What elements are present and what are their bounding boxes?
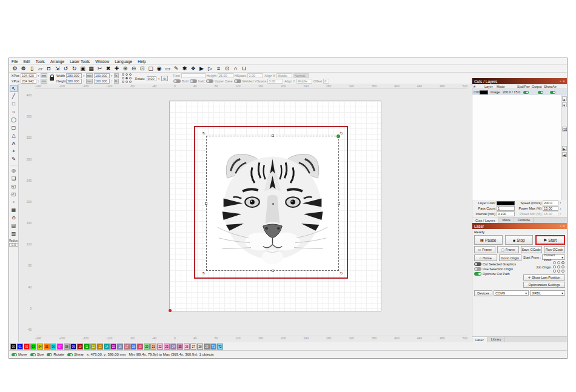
offset-field[interactable]: 0 — [323, 79, 329, 84]
menu-item[interactable]: Help — [138, 59, 146, 64]
cuts-layers-header[interactable]: Cuts / Layers ▫ ✕ — [472, 78, 567, 84]
layer-delete-icon[interactable]: ⌫ — [562, 127, 567, 131]
palette-swatch[interactable]: 02 — [24, 344, 30, 350]
air-toggle[interactable] — [550, 91, 555, 94]
hspace-field[interactable]: 0.00 — [247, 73, 263, 78]
weld-icon[interactable]: ❖ — [189, 65, 197, 73]
xpos-spinner[interactable]: ↕ — [38, 74, 39, 78]
measure-icon[interactable]: ∩ — [232, 65, 239, 73]
edit-nodes-icon[interactable]: ✎ — [10, 156, 18, 163]
scale-handle-bottom[interactable] — [272, 270, 274, 272]
palette-swatch[interactable]: 24 — [170, 344, 176, 350]
grid-array-icon[interactable]: ▦ — [10, 207, 18, 214]
job-origin-marker[interactable] — [337, 135, 340, 138]
palette-swatch[interactable]: 00 — [10, 344, 16, 350]
font-dropdown[interactable] — [181, 73, 206, 78]
uppercase-toggle[interactable] — [206, 79, 213, 83]
palette-swatch[interactable]: 08 — [64, 344, 70, 350]
palette-swatch[interactable]: 11 — [84, 344, 90, 350]
zoom-out-icon[interactable]: ⊖ — [130, 65, 138, 73]
doc-a-icon[interactable]: ▤ — [10, 222, 18, 230]
devices-button[interactable]: Devices — [474, 290, 492, 296]
draw-lines-icon[interactable]: ╱ — [10, 93, 18, 100]
device-dropdown[interactable]: GRBL ▾ — [530, 290, 565, 296]
palette-swatch[interactable]: 01 — [17, 344, 23, 350]
bold-toggle[interactable] — [173, 79, 181, 83]
palette-swatch[interactable]: 09 — [70, 344, 76, 350]
menu-item[interactable]: Language — [115, 59, 132, 64]
width-percent-field[interactable]: 100.000 — [94, 73, 110, 78]
palette-swatch[interactable]: 04 — [37, 344, 43, 350]
palette-swatch[interactable]: 25 — [177, 344, 183, 350]
panel-tab[interactable]: Console — [515, 218, 534, 223]
rail-gap[interactable] — [562, 108, 567, 125]
width-unit[interactable]: mm — [86, 73, 93, 78]
frame-rect-button[interactable]: ▭ Frame — [474, 246, 495, 253]
monitor-icon[interactable]: ▭ — [164, 65, 172, 73]
radius-field[interactable]: 0.0 — [9, 243, 18, 247]
frame-select-icon[interactable]: ▢ — [147, 65, 155, 73]
panel-tab[interactable]: Laser — [472, 337, 487, 342]
ypos-field[interactable]: 204.942 — [21, 79, 36, 84]
height-percent-field[interactable]: 100.000 — [94, 79, 110, 84]
palette-swatch[interactable]: 13 — [97, 344, 103, 350]
layer-list-area[interactable]: ▲▼⌫▶◀ — [472, 95, 567, 200]
panel-pin-icon[interactable]: ▫ — [560, 79, 561, 83]
save-gcode-button[interactable]: Save GCode — [521, 246, 542, 253]
panel-close-icon[interactable]: ✕ — [562, 79, 565, 83]
job-origin-radio[interactable] — [553, 261, 556, 264]
ellipse-tool-icon[interactable]: ○ — [10, 108, 18, 116]
ypos-spinner[interactable]: ↕ — [38, 79, 39, 83]
canvas-area[interactable]: -240-200-160-120-80-40040801201602002402… — [19, 84, 471, 342]
rotate-handle-se[interactable]: ↻ — [339, 271, 344, 276]
menu-item[interactable]: Arrange — [50, 59, 64, 64]
panel-close-icon[interactable]: ✕ — [562, 224, 565, 228]
delete-icon[interactable]: ✖ — [104, 65, 112, 73]
palette-swatch[interactable]: 16 — [117, 344, 123, 350]
job-origin-radio[interactable] — [553, 270, 556, 273]
wpct-unit[interactable]: % — [114, 73, 119, 78]
select-tool-icon[interactable]: ↖ — [10, 85, 18, 92]
palette-swatch[interactable]: 15 — [110, 344, 116, 350]
status-toggle[interactable] — [47, 353, 52, 356]
menu-item[interactable]: Laser Tools — [70, 59, 90, 64]
preview-icon[interactable]: ▷ — [206, 65, 214, 73]
panel-right-icon[interactable]: ▶ — [562, 146, 567, 151]
settings-icon[interactable]: ⚙ — [11, 65, 19, 73]
height-unit[interactable]: mm — [86, 79, 93, 84]
palette-swatch[interactable]: 27 — [190, 344, 196, 350]
rail-gap[interactable] — [562, 133, 567, 145]
layer-color-swatch[interactable] — [480, 90, 488, 95]
palette-swatch[interactable]: 22 — [157, 344, 163, 350]
panel-pin-icon[interactable]: ▫ — [560, 224, 561, 228]
palette-swatch[interactable]: 19 — [137, 344, 143, 350]
vspace-field[interactable]: 0.00 — [267, 79, 283, 84]
laser-header[interactable]: Laser ▫ ✕ — [472, 223, 567, 229]
goto-origin-button[interactable]: Go to Origin — [499, 254, 522, 261]
menu-item[interactable]: File — [12, 59, 18, 64]
optimization-settings-button[interactable]: Optimization Settings — [523, 282, 565, 288]
circle-tool-icon[interactable]: ◯ — [10, 116, 18, 124]
palette-swatch[interactable]: 26 — [184, 344, 190, 350]
port-dropdown[interactable]: COM9 ▾ — [494, 290, 529, 296]
pan-icon[interactable]: ✚ — [113, 65, 121, 73]
import-icon[interactable]: ⇲ — [53, 65, 61, 73]
job-origin-radio[interactable] — [557, 270, 560, 273]
shape-tools-icon[interactable]: ✱ — [181, 65, 189, 73]
palette-swatch[interactable]: 03 — [30, 344, 36, 350]
rounded-rect-icon[interactable]: ▢ — [10, 124, 18, 131]
xpos-field[interactable]: 194.420 — [21, 73, 36, 78]
hpct-spinner[interactable]: ↕ — [111, 79, 113, 83]
redo-icon[interactable]: ↻ — [70, 65, 78, 73]
palette-swatch[interactable]: 06 — [50, 344, 56, 350]
position-marker-icon[interactable]: ⌖ — [10, 148, 18, 155]
cut-icon[interactable]: ✂ — [96, 65, 104, 73]
output-toggle[interactable] — [523, 91, 529, 94]
palette-swatch[interactable]: 18 — [130, 344, 136, 350]
pause-button[interactable]: ▮▮ Pause — [474, 235, 503, 245]
start-icon[interactable]: ▶ — [198, 65, 206, 73]
start-from-dropdown[interactable]: Current Posit ▾ — [542, 254, 565, 260]
scale-handle-left[interactable] — [205, 202, 207, 205]
open-file-icon[interactable]: ▱ — [36, 65, 44, 73]
rectangle-tool-icon[interactable]: □ — [10, 101, 18, 108]
